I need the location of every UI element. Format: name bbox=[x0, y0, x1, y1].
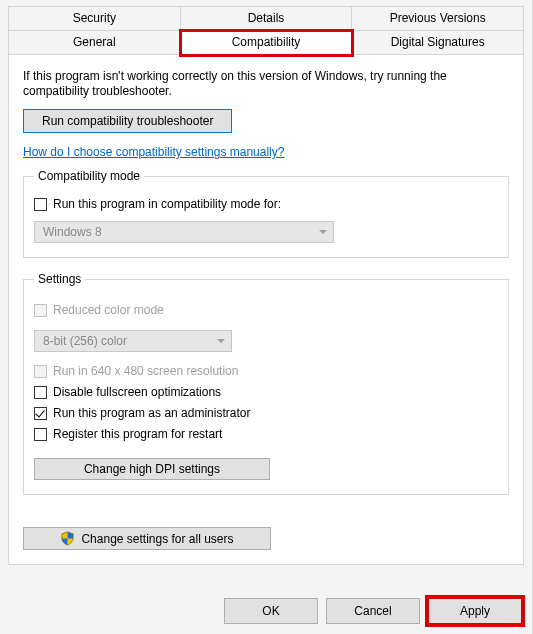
reduced-color-checkbox bbox=[34, 304, 47, 317]
tab-details[interactable]: Details bbox=[181, 6, 353, 31]
disable-fullscreen-label: Disable fullscreen optimizations bbox=[53, 385, 221, 399]
compat-mode-checkbox[interactable] bbox=[34, 198, 47, 211]
run-as-admin-label: Run this program as an administrator bbox=[53, 406, 250, 420]
compat-mode-selected: Windows 8 bbox=[43, 225, 102, 239]
tab-content: If this program isn't working correctly … bbox=[8, 55, 524, 565]
run-as-admin-checkbox[interactable] bbox=[34, 407, 47, 420]
register-restart-checkbox[interactable] bbox=[34, 428, 47, 441]
shield-icon bbox=[60, 531, 75, 546]
run-troubleshooter-button[interactable]: Run compatibility troubleshooter bbox=[23, 109, 232, 133]
change-all-users-button[interactable]: Change settings for all users bbox=[23, 527, 271, 550]
settings-group: Settings Reduced color mode 8-bit (256) … bbox=[23, 272, 509, 495]
compat-mode-label: Run this program in compatibility mode f… bbox=[53, 197, 281, 211]
cancel-button[interactable]: Cancel bbox=[326, 598, 420, 624]
tab-previous-versions[interactable]: Previous Versions bbox=[352, 6, 524, 31]
properties-dialog: Security Details Previous Versions Gener… bbox=[0, 0, 533, 634]
manual-settings-link[interactable]: How do I choose compatibility settings m… bbox=[23, 145, 284, 159]
tab-general[interactable]: General bbox=[8, 31, 181, 55]
settings-legend: Settings bbox=[34, 272, 85, 286]
change-dpi-button[interactable]: Change high DPI settings bbox=[34, 458, 270, 480]
run-640-checkbox bbox=[34, 365, 47, 378]
apply-button[interactable]: Apply bbox=[428, 598, 522, 624]
dialog-footer: OK Cancel Apply bbox=[224, 598, 522, 624]
tab-row-1: Security Details Previous Versions bbox=[8, 6, 524, 31]
change-all-users-label: Change settings for all users bbox=[81, 532, 233, 546]
run-640-label: Run in 640 x 480 screen resolution bbox=[53, 364, 238, 378]
register-restart-label: Register this program for restart bbox=[53, 427, 222, 441]
reduced-color-label: Reduced color mode bbox=[53, 303, 164, 317]
intro-text: If this program isn't working correctly … bbox=[23, 69, 509, 99]
tab-compatibility[interactable]: Compatibility bbox=[181, 31, 353, 55]
ok-button[interactable]: OK bbox=[224, 598, 318, 624]
compatibility-mode-legend: Compatibility mode bbox=[34, 169, 144, 183]
tab-row-2: General Compatibility Digital Signatures bbox=[8, 31, 524, 55]
chevron-down-icon bbox=[319, 230, 327, 234]
color-mode-selected: 8-bit (256) color bbox=[43, 334, 127, 348]
compatibility-mode-group: Compatibility mode Run this program in c… bbox=[23, 169, 509, 258]
disable-fullscreen-checkbox[interactable] bbox=[34, 386, 47, 399]
compat-mode-select[interactable]: Windows 8 bbox=[34, 221, 334, 243]
tab-security[interactable]: Security bbox=[8, 6, 181, 31]
color-mode-select: 8-bit (256) color bbox=[34, 330, 232, 352]
chevron-down-icon bbox=[217, 339, 225, 343]
tab-digital-signatures[interactable]: Digital Signatures bbox=[352, 31, 524, 55]
tab-strip: Security Details Previous Versions Gener… bbox=[0, 0, 532, 55]
